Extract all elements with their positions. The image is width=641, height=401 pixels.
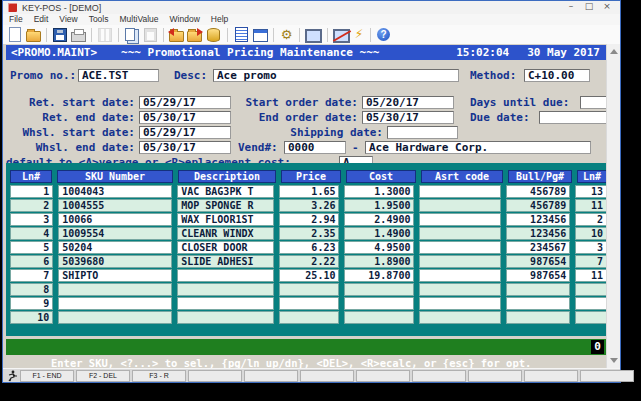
menu-tools[interactable]: Tools [89,14,109,25]
disconnect-session-icon[interactable] [333,29,350,43]
vend-field[interactable]: 0000 [284,141,346,154]
cell-desc[interactable]: MOP SPONGE R [177,199,274,212]
cell-sku[interactable] [58,311,172,324]
promo-no-field[interactable]: ACE.TST [78,69,159,82]
cell-asrt[interactable] [419,241,500,254]
start-order-field[interactable]: 05/20/17 [362,96,454,109]
maximize-button[interactable]: □ [580,1,598,13]
cell-cost[interactable]: 1.3000 [344,185,414,198]
cell-desc[interactable] [177,311,274,324]
cell-bull[interactable]: 987654 [506,255,570,268]
cell-asrt[interactable] [419,255,500,268]
cell-desc[interactable] [177,297,274,310]
cell-ln2[interactable]: 3 [575,241,607,254]
cell-bull[interactable] [506,311,570,324]
end-order-field[interactable]: 05/30/17 [362,111,454,124]
cell-cost[interactable]: 19.8700 [344,269,414,282]
scroll-down-icon[interactable] [610,358,618,363]
due-date-field[interactable] [539,111,608,124]
cell-desc[interactable]: WAX FLOOR1ST [177,213,274,226]
help-icon[interactable]: ? [377,28,390,41]
open-file-icon[interactable] [26,31,41,42]
list-view-icon[interactable] [235,27,248,42]
cell-ln2[interactable]: 11 [575,269,607,282]
cell-ln[interactable]: 8 [10,283,53,296]
cell-cost[interactable]: 4.9500 [344,241,414,254]
fkey-button-2[interactable]: F2 - DEL [76,370,130,382]
cell-cost[interactable]: 1.9500 [344,199,414,212]
vertical-scrollbar[interactable] [606,44,620,368]
cell-ln[interactable]: 7 [10,269,53,282]
cell-price[interactable] [279,283,339,296]
cell-asrt[interactable] [419,213,500,226]
cell-bull[interactable] [506,283,570,296]
cell-ln[interactable]: 1 [10,185,53,198]
cell-sku[interactable]: SHIPTO [58,269,172,282]
cell-asrt[interactable] [419,199,500,212]
cell-bull[interactable]: 456789 [506,199,570,212]
cell-sku[interactable] [58,297,172,310]
cell-desc[interactable] [177,269,274,282]
cell-sku[interactable]: 50204 [58,241,172,254]
cell-ln2[interactable]: 2 [575,213,607,226]
cell-cost[interactable] [344,297,414,310]
cell-sku[interactable]: 10066 [58,213,172,226]
cell-desc[interactable]: CLOSER DOOR [177,241,274,254]
cell-price[interactable]: 1.65 [279,185,339,198]
cell-ln[interactable]: 6 [10,255,53,268]
disconnect-icon[interactable]: ⚡ [353,27,365,42]
cell-desc[interactable]: VAC BAG3PK T [177,185,274,198]
cell-price[interactable]: 6.23 [279,241,339,254]
menu-edit[interactable]: Edit [34,14,49,25]
cell-bull[interactable]: 234567 [506,241,570,254]
fkey-button-1[interactable]: F1 - END [20,370,74,382]
whsl-start-field[interactable]: 05/29/17 [139,126,231,139]
cell-sku[interactable]: 1004555 [58,199,172,212]
cell-ln2[interactable]: 11 [575,199,607,212]
whsl-end-field[interactable]: 05/30/17 [139,141,231,154]
cell-price[interactable]: 2.22 [279,255,339,268]
cell-ln2[interactable]: 13 [575,185,607,198]
save-icon[interactable] [53,28,67,42]
close-button[interactable]: × [598,1,616,13]
cell-cost[interactable] [344,311,414,324]
cell-sku[interactable]: 1004043 [58,185,172,198]
cell-ln2[interactable]: 10 [575,227,607,240]
database-export-icon[interactable] [207,28,220,42]
cell-cost[interactable]: 1.8900 [344,255,414,268]
minimize-button[interactable]: – [562,1,580,13]
window-view-icon[interactable] [253,29,268,42]
cell-bull[interactable] [506,297,570,310]
cell-ln[interactable]: 9 [10,297,53,310]
cell-cost[interactable]: 1.4900 [344,227,414,240]
cell-bull[interactable]: 123456 [506,227,570,240]
cell-asrt[interactable] [419,185,500,198]
method-field[interactable]: C+10.00 [524,69,590,82]
scroll-up-icon[interactable] [610,49,618,54]
cell-sku[interactable]: 5039680 [58,255,172,268]
copy-icon[interactable] [125,28,135,41]
fkey-button-3[interactable]: F3 - R [132,370,186,382]
ret-end-field[interactable]: 05/30/17 [139,111,231,124]
cell-bull[interactable]: 456789 [506,185,570,198]
remote-session-icon[interactable] [305,29,322,43]
print-icon[interactable] [71,32,86,42]
cell-asrt[interactable] [419,227,500,240]
cell-ln2[interactable] [575,283,607,296]
cell-asrt[interactable] [419,269,500,282]
cell-price[interactable]: 2.35 [279,227,339,240]
cell-ln[interactable]: 5 [10,241,53,254]
cell-bull[interactable]: 987654 [506,269,570,282]
cell-sku[interactable]: _ [58,283,172,296]
ret-start-field[interactable]: 05/29/17 [139,96,231,109]
export-file-icon[interactable] [187,31,202,42]
cell-ln2[interactable] [575,297,607,310]
cell-ln[interactable]: 2 [10,199,53,212]
cell-asrt[interactable] [419,297,500,310]
cell-asrt[interactable] [419,283,500,296]
cell-bull[interactable]: 123456 [506,213,570,226]
cell-ln2[interactable] [575,311,607,324]
cell-ln[interactable]: 4 [10,227,53,240]
cell-ln2[interactable]: 7 [575,255,607,268]
cell-asrt[interactable] [419,311,500,324]
